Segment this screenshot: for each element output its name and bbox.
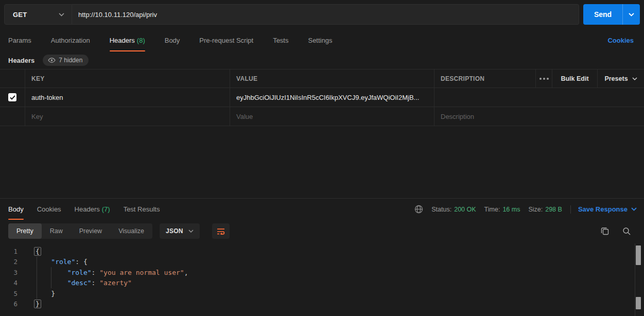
response-toolbar: Pretty Raw Preview Visualize JSON [0,220,644,242]
toolbar-right-icons [601,227,631,235]
column-header-key: KEY [25,69,230,87]
search-icon[interactable] [622,227,631,235]
chevron-down-icon [631,207,637,211]
view-raw[interactable]: Raw [42,223,71,239]
status-value: 200 OK [454,206,476,213]
hidden-headers-toggle[interactable]: 7 hidden [43,55,89,66]
wrap-text-button[interactable] [212,223,230,239]
code-text: { [25,248,40,255]
line-number: 2 [0,258,25,266]
postman-window: GET http://10.10.11.120/api/priv Send Pa… [0,0,644,316]
response-tab-headers[interactable]: Headers (7) [75,199,110,220]
select-all-cell [0,69,25,87]
line-number: 4 [0,279,25,287]
headers-count-badge: (8) [137,37,145,44]
line-number: 5 [0,290,25,297]
view-pretty[interactable]: Pretty [8,223,42,239]
bulk-edit-button[interactable]: Bulk Edit [552,69,597,87]
response-tabs-row: Body Cookies Headers (7) Test Results St… [0,199,644,220]
code-text: } [25,300,40,308]
code-line: 2 "role": { [0,257,644,268]
scrollbar-track [635,243,635,316]
time-readout: Time: 16 ms [484,206,520,213]
row-checkbox-checked[interactable] [8,93,16,101]
code-line: 3 "role": "you are normal user", [0,267,644,278]
tab-settings[interactable]: Settings [308,29,332,51]
tab-params[interactable]: Params [8,29,31,51]
send-button[interactable]: Send [583,4,622,25]
response-code: 1{2 "role": {3 "role": "you are normal u… [0,246,644,309]
more-options-icon[interactable] [535,69,552,87]
tab-label: Body [165,37,180,44]
header-row-auth-token: auth-token eyJhbGciOiJIUzI1NiIsInR5cCI6I… [0,88,644,107]
row-checkbox-cell [0,88,25,107]
presets-dropdown[interactable]: Presets [597,69,644,87]
response-tab-test-results[interactable]: Test Results [124,199,160,220]
format-dropdown[interactable]: JSON [160,223,200,239]
text-wrap-icon [217,228,225,235]
method-selector[interactable]: GET [4,4,72,25]
hidden-headers-label: 7 hidden [59,57,82,64]
code-line: 6} [0,299,644,310]
indent-guide [51,267,51,288]
view-visualize[interactable]: Visualize [110,223,152,239]
chevron-down-icon [188,230,194,233]
tab-label: Settings [308,37,332,44]
url-input[interactable]: http://10.10.11.120/api/priv [72,4,579,25]
divider [570,205,571,214]
tab-tests[interactable]: Tests [273,29,288,51]
line-number: 1 [0,248,25,255]
code-text: } [25,290,55,297]
header-description-cell[interactable] [434,88,644,107]
tab-body[interactable]: Body [165,29,180,51]
copy-icon[interactable] [601,227,609,235]
response-meta: Status: 200 OK Time: 16 ms Size: 298 B S… [414,199,637,220]
tab-headers[interactable]: Headers (8) [110,29,145,51]
save-response-label: Save Response [578,205,628,213]
url-text: http://10.10.11.120/api/priv [78,11,157,19]
code-line: 4 "desc": "azerty" [0,278,644,289]
tab-label: Authorization [51,37,90,44]
send-options-button[interactable] [622,4,640,25]
request-tabs: Params Authorization Headers (8) Body Pr… [0,29,644,51]
response-body-editor[interactable]: 1{2 "role": {3 "role": "you are normal u… [0,242,644,316]
tab-prerequest-script[interactable]: Pre-request Script [199,29,253,51]
scrollbar-thumb[interactable] [636,245,641,265]
response-tab-cookies[interactable]: Cookies [37,199,61,220]
tab-label: Tests [273,37,288,44]
cookies-label: Cookies [607,37,634,44]
header-value-cell[interactable]: eyJhbGciOiJIUzI1NiIsInR5cCI6IkpXVCJ9.eyJ… [230,88,434,107]
response-headers-count-badge: (7) [102,205,110,213]
empty-header-row: Key Value Description [0,107,644,126]
view-mode-switcher: Pretty Raw Preview Visualize [8,223,152,239]
headers-section-title: Headers [8,57,34,64]
tab-authorization[interactable]: Authorization [51,29,90,51]
value-placeholder-cell[interactable]: Value [230,107,434,126]
line-number: 3 [0,269,25,276]
code-line: 1{ [0,246,644,257]
tab-label: Headers [110,37,135,44]
code-text: "role": { [25,258,88,266]
view-preview[interactable]: Preview [71,223,110,239]
eye-icon [48,58,56,63]
description-placeholder-cell[interactable]: Description [434,107,644,126]
code-text: "desc": "azerty" [25,279,132,287]
tab-label: Params [8,37,31,44]
header-key-cell[interactable]: auth-token [25,88,230,107]
key-placeholder-cell[interactable]: Key [25,107,230,126]
headers-table: KEY VALUE DESCRIPTION Bulk Edit Presets … [0,69,644,126]
tab-label: Cookies [37,205,61,213]
globe-icon[interactable] [414,205,423,214]
indent-guide [37,257,37,299]
chevron-down-icon [629,13,634,16]
send-split-button: Send [583,4,640,25]
tab-label: Test Results [124,205,160,213]
line-number: 6 [0,300,25,308]
size-readout: Size: 298 B [528,206,562,213]
scrollbar-thumb[interactable] [636,297,641,309]
cookies-link[interactable]: Cookies [607,29,634,51]
response-tab-body[interactable]: Body [8,199,24,220]
request-bar: GET http://10.10.11.120/api/priv Send [0,0,644,29]
table-header-row: KEY VALUE DESCRIPTION Bulk Edit Presets [0,69,644,88]
save-response-dropdown[interactable]: Save Response [578,205,637,213]
